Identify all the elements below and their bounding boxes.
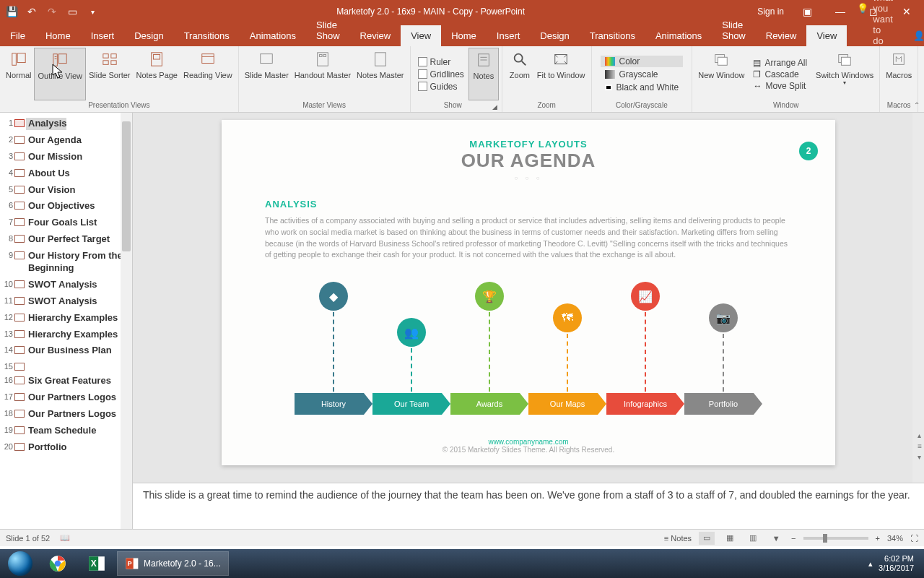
outline-item[interactable]: 16Six Great Features [0, 373, 132, 389]
outline-item[interactable]: 3Our Mission [0, 149, 132, 165]
tab-file[interactable]: File [0, 25, 35, 46]
outline-slide-title: Our Vision [26, 184, 76, 197]
tab-design[interactable]: Design [124, 25, 173, 46]
fit-to-window-button[interactable]: Fit to Window [534, 48, 588, 100]
collapse-ribbon-icon[interactable]: ⌃ [914, 101, 920, 109]
slideshow-view-icon[interactable]: ▼ [768, 532, 784, 545]
sign-in-link[interactable]: Sign in [757, 7, 784, 17]
outline-item[interactable]: 6Our Objectives [0, 198, 132, 215]
new-window-button[interactable]: New Window [695, 48, 747, 100]
tell-me-search[interactable]: 💡 Tell me what you want to do [847, 0, 902, 46]
outline-view-button[interactable]: Outline View [34, 48, 86, 100]
outline-slide-title: Four Goals List [26, 217, 97, 229]
outline-item[interactable]: 18Our Partners Logos [0, 406, 132, 423]
svg-rect-6 [103, 54, 108, 59]
tab-review[interactable]: Review [756, 25, 807, 46]
spellcheck-icon[interactable]: 📖 [60, 533, 70, 543]
ruler-checkbox[interactable]: Ruler [418, 57, 464, 67]
outline-item[interactable]: 13Hierarchy Examples [0, 327, 132, 343]
tab-home[interactable]: Home [35, 25, 81, 46]
outline-item[interactable]: 1Analysis [0, 116, 132, 132]
arrange-all-button[interactable]: ▤Arrange All [753, 58, 807, 68]
fit-slide-icon[interactable]: ⛶ [910, 534, 918, 543]
tab-slide-show[interactable]: Slide Show [306, 14, 350, 46]
outline-item[interactable]: 2Our Agenda [0, 132, 132, 149]
outline-item[interactable]: 8Our Perfect Target [0, 231, 132, 248]
tab-view[interactable]: View [806, 25, 847, 46]
bw-mode-button[interactable]: Black and White [601, 82, 684, 93]
zoom-level[interactable]: 34% [887, 534, 903, 543]
zoom-button[interactable]: Zoom [505, 48, 534, 100]
slide-canvas-area[interactable]: 2 MARKETOFY LAYOUTS OUR AGENDA ○ ○ ○ ANA… [133, 113, 924, 483]
outline-item[interactable]: 10SWOT Analysis [0, 277, 132, 293]
tab-review[interactable]: Review [350, 25, 401, 46]
outline-item[interactable]: 9Our History From the Beginning [0, 248, 132, 277]
timeline-item: 🏆Awards [450, 282, 528, 415]
system-clock[interactable]: 6:02 PM 3/16/2017 [879, 554, 914, 573]
redo-icon[interactable]: ↷ [46, 6, 58, 17]
tab-slide-show[interactable]: Slide Show [712, 14, 756, 46]
grayscale-mode-button[interactable]: Grayscale [601, 69, 684, 80]
svg-point-31 [55, 561, 61, 567]
handout-master-button[interactable]: Handout Master [292, 48, 354, 100]
outline-item[interactable]: 11SWOT Analysis [0, 293, 132, 310]
tab-insert[interactable]: Insert [487, 25, 531, 46]
outline-item[interactable]: 15 [0, 359, 132, 373]
excel-taskbar-icon[interactable]: X [78, 551, 116, 577]
tab-home[interactable]: Home [441, 25, 487, 46]
outline-item[interactable]: 5Our Vision [0, 182, 132, 199]
switch-windows-button[interactable]: Switch Windows▾ [813, 48, 876, 100]
show-dialog-launcher-icon[interactable]: ◢ [492, 103, 497, 111]
qat-more-icon[interactable]: ▾ [87, 6, 98, 17]
move-split-button[interactable]: ↔Move Split [753, 81, 807, 91]
show-hidden-icon[interactable]: ▴ [868, 559, 873, 569]
status-bar: Slide 1 of 52 📖 ≡ Notes ▭ ▦ ▥ ▼ − + 34% … [0, 529, 924, 546]
zoom-in-button[interactable]: + [876, 534, 880, 543]
outline-item[interactable]: 17Our Partners Logos [0, 389, 132, 406]
cascade-button[interactable]: ❐Cascade [753, 69, 807, 79]
tab-insert[interactable]: Insert [81, 25, 125, 46]
outline-item[interactable]: 7Four Goals List [0, 215, 132, 231]
chrome-taskbar-icon[interactable] [39, 551, 77, 577]
tab-view[interactable]: View [401, 25, 441, 46]
reading-view-button[interactable]: Reading View [180, 48, 235, 100]
undo-icon[interactable]: ↶ [26, 6, 38, 17]
tab-transitions[interactable]: Transitions [580, 25, 645, 46]
notes-page-button[interactable]: Notes Page [134, 48, 180, 100]
notes-pane[interactable]: This slide is a great time to remind the… [133, 483, 924, 529]
outline-item[interactable]: 4About Us [0, 165, 132, 182]
start-button[interactable] [3, 551, 38, 577]
slide-counter[interactable]: Slide 1 of 52 [6, 534, 50, 543]
outline-item[interactable]: 19Team Schedule [0, 423, 132, 439]
slide-master-button[interactable]: Slide Master [242, 48, 292, 100]
zoom-out-button[interactable]: − [791, 534, 796, 543]
notes-master-button[interactable]: Notes Master [354, 48, 406, 100]
normal-view-icon[interactable]: ▭ [699, 532, 715, 545]
tab-animations[interactable]: Animations [645, 25, 712, 46]
normal-view-button[interactable]: Normal [3, 48, 34, 100]
outline-scrollbar[interactable] [121, 113, 132, 529]
color-mode-button[interactable]: Color [601, 56, 684, 67]
reading-view-icon[interactable]: ▥ [745, 532, 761, 545]
gridlines-checkbox[interactable]: Gridlines [418, 69, 464, 79]
macros-button[interactable]: Macros [883, 48, 915, 100]
outline-item[interactable]: 14Our Business Plan [0, 342, 132, 359]
notes-status-button[interactable]: ≡ Notes [664, 534, 692, 543]
share-button[interactable]: 👤 Share [903, 25, 924, 46]
guides-checkbox[interactable]: Guides [418, 82, 464, 92]
zoom-slider[interactable] [803, 537, 868, 540]
outline-item[interactable]: 20Portfolio [0, 439, 132, 456]
tab-transitions[interactable]: Transitions [174, 25, 240, 46]
tab-animations[interactable]: Animations [240, 25, 306, 46]
outline-pane[interactable]: 1Analysis2Our Agenda3Our Mission4About U… [0, 113, 133, 529]
ribbon-display-icon[interactable]: ▣ [797, 1, 817, 22]
start-from-beginning-icon[interactable]: ▭ [66, 6, 78, 17]
powerpoint-taskbar-button[interactable]: P Marketofy 2.0 - 16... [117, 551, 229, 576]
tab-design[interactable]: Design [530, 25, 579, 46]
notes-toggle-button[interactable]: Notes [468, 48, 499, 100]
outline-item[interactable]: 12Hierarchy Examples [0, 310, 132, 327]
save-icon[interactable]: 💾 [6, 6, 17, 17]
slide-sorter-button[interactable]: Slide Sorter [86, 48, 133, 100]
slide-vertical-scrollbar[interactable]: ▴≡▾ [912, 113, 924, 483]
sorter-view-icon[interactable]: ▦ [722, 532, 738, 545]
